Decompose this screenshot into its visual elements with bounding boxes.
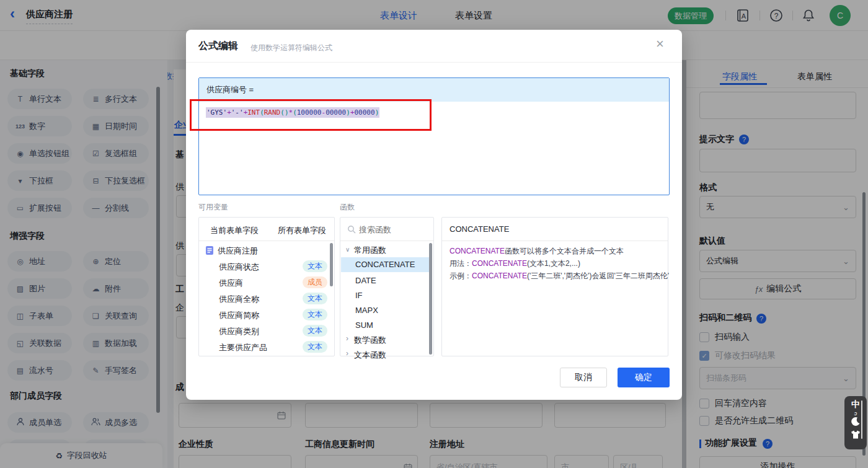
cancel-button[interactable]: 取消 <box>560 368 607 387</box>
function-example-line: 示例：CONCATENATE('三年二班','周杰伦')会返回'三年二班周杰伦' <box>450 271 669 281</box>
usage-text: (文本1,文本2,...) <box>527 259 580 268</box>
variable-field[interactable]: 主要供应产品 <box>219 342 267 353</box>
variable-field[interactable]: 供应商 <box>219 278 243 289</box>
modal-subtitle: 使用数学运算符编辑公式 <box>250 43 332 53</box>
function-group-common[interactable]: 常用函数 <box>354 245 386 256</box>
formula-lhs: 供应商编号 = <box>206 84 254 95</box>
function-item-sum[interactable]: SUM <box>355 320 373 330</box>
variables-label: 可用变量 <box>198 202 228 213</box>
field-type-badge: 文本 <box>303 341 327 353</box>
widget-scrollbar <box>861 400 862 439</box>
field-type-badge: 文本 <box>303 260 327 272</box>
variable-field[interactable]: 供应商简称 <box>219 310 259 321</box>
variable-field[interactable]: 供应商类别 <box>219 326 259 337</box>
function-group-text[interactable]: 文本函数 <box>354 350 386 361</box>
function-description-title: CONCATENATE <box>450 224 509 234</box>
cancel-label: 取消 <box>575 372 592 383</box>
annotation-highlight-box <box>190 99 432 131</box>
moon-icon[interactable] <box>851 417 861 429</box>
example-text: ('三年二班','周杰伦')会返回'三年二班周杰伦' <box>527 272 669 280</box>
function-item-mapx[interactable]: MAPX <box>355 306 378 315</box>
function-name: CONCATENATE <box>472 272 527 280</box>
floating-tool-widget[interactable]: 中 ɔ <box>844 396 867 449</box>
variable-field[interactable]: 供应商状态 <box>219 262 259 273</box>
confirm-button[interactable]: 确定 <box>618 368 670 387</box>
formula-edit-modal: 公式编辑 使用数学运算符编辑公式 × 供应商编号 = 'GYS'+'-'+INT… <box>186 30 682 400</box>
functions-scrollbar[interactable] <box>429 243 432 355</box>
description-text: 函数可以将多个文本合并成一个文本 <box>505 247 624 255</box>
function-usage-line: 用法：CONCATENATE(文本1,文本2,...) <box>450 258 580 269</box>
caret-right-icon[interactable]: › <box>346 334 348 343</box>
function-name: CONCATENATE <box>450 247 505 255</box>
shirt-icon[interactable] <box>851 430 861 441</box>
function-item-date[interactable]: DATE <box>355 276 376 285</box>
function-group-math[interactable]: 数学函数 <box>354 335 386 346</box>
function-name: CONCATENATE <box>472 259 527 268</box>
form-doc-icon <box>206 246 213 257</box>
field-type-badge: 文本 <box>303 309 327 320</box>
language-icon[interactable]: 中 <box>851 399 860 410</box>
field-type-badge: 文本 <box>303 293 327 304</box>
function-search-input[interactable] <box>359 223 427 236</box>
field-type-badge: 文本 <box>303 325 327 337</box>
variables-root[interactable]: 供应商注册 <box>218 245 258 257</box>
function-description-panel: CONCATENATE CONCATENATE函数可以将多个文本合并成一个文本 … <box>441 217 668 356</box>
divider <box>186 62 682 63</box>
app-window: ‹ 供应商注册 表单设计 表单设置 数据管理 A ? C 表单外链 后端脚本 数… <box>0 0 868 468</box>
functions-label: 函数 <box>340 202 355 213</box>
usage-prefix: 用法： <box>450 259 472 268</box>
formula-editor[interactable]: 供应商编号 = 'GYS'+'-'+INT(RAND()*(100000-000… <box>198 77 670 195</box>
function-item-concatenate[interactable]: CONCATENATE <box>355 260 415 269</box>
tab-all-form-fields[interactable]: 所有表单字段 <box>278 225 326 236</box>
example-prefix: 示例： <box>450 272 472 280</box>
search-icon <box>347 225 356 236</box>
formula-target-row: 供应商编号 = <box>199 78 669 102</box>
tab-current-form-fields[interactable]: 当前表单字段 <box>210 225 259 236</box>
divider <box>442 241 668 241</box>
squiggle-icon: ɔ <box>854 412 857 415</box>
variables-panel: 当前表单字段 所有表单字段 供应商注册 供应商状态 文本 供应商 成员 供应商全… <box>198 217 335 356</box>
close-icon[interactable]: × <box>656 37 664 51</box>
field-type-badge: 成员 <box>303 276 327 288</box>
function-item-if[interactable]: IF <box>355 291 363 300</box>
caret-right-icon[interactable]: › <box>346 349 348 358</box>
functions-panel: ∨ 常用函数 CONCATENATE DATE IF MAPX SUM › 数学… <box>340 217 434 356</box>
caret-down-icon[interactable]: ∨ <box>345 246 350 253</box>
variables-scrollbar[interactable] <box>330 243 333 286</box>
confirm-label: 确定 <box>635 372 652 383</box>
modal-title: 公式编辑 <box>198 40 238 53</box>
variable-field[interactable]: 供应商全称 <box>219 294 259 305</box>
function-description-line: CONCATENATE函数可以将多个文本合并成一个文本 <box>450 246 624 257</box>
divider <box>199 241 334 241</box>
divider <box>340 241 433 241</box>
